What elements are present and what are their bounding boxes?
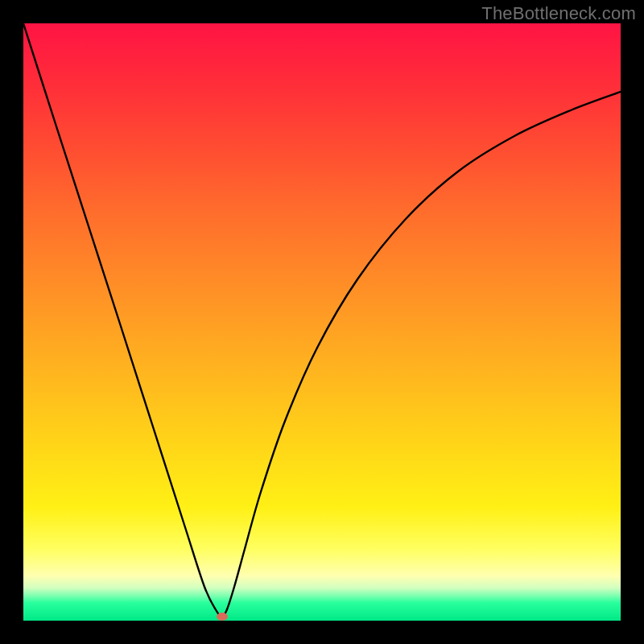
minimum-marker (217, 613, 228, 621)
chart-frame: TheBottleneck.com (0, 0, 644, 644)
watermark-text: TheBottleneck.com (481, 3, 636, 24)
bottleneck-curve (23, 23, 621, 621)
curve-path (23, 23, 621, 617)
plot-area (23, 23, 621, 621)
